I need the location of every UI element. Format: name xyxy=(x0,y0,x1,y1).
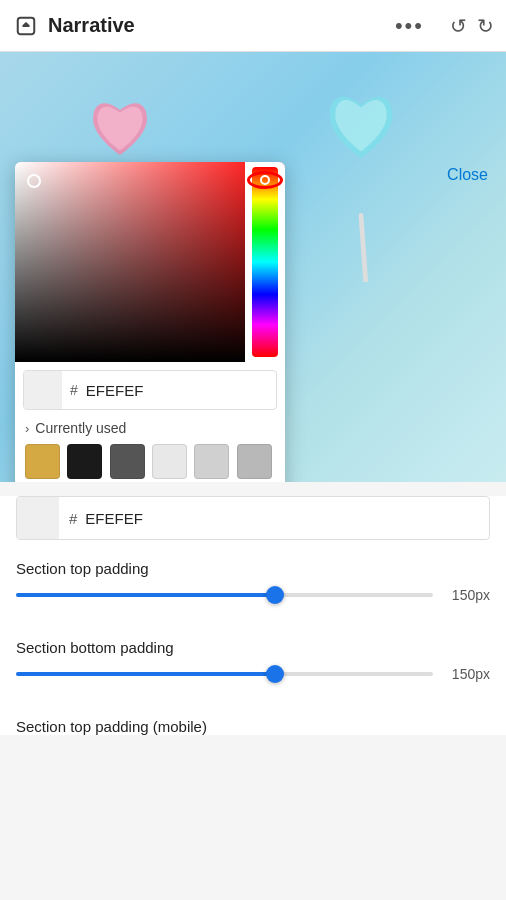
main-content: # Section top padding 150px Section bott… xyxy=(0,496,506,735)
swatch-1[interactable] xyxy=(25,444,60,479)
more-options-icon[interactable]: ••• xyxy=(395,13,424,39)
lollipop-right xyxy=(306,82,416,282)
color-swatches-grid xyxy=(15,440,285,482)
popup-hex-input[interactable] xyxy=(82,374,277,407)
popup-hex-swatch xyxy=(24,371,62,409)
hue-bar[interactable] xyxy=(252,167,278,357)
section-bottom-padding-label: Section bottom padding xyxy=(16,635,490,656)
swatch-2[interactable] xyxy=(67,444,102,479)
section-bottom-padding-value: 150px xyxy=(445,666,490,682)
main-hex-input-row: # xyxy=(16,496,490,540)
main-hex-swatch xyxy=(17,497,59,539)
swatch-5[interactable] xyxy=(194,444,229,479)
main-hex-hash: # xyxy=(59,510,81,527)
section-top-padding-label: Section top padding xyxy=(16,556,490,577)
gradient-cursor[interactable] xyxy=(27,174,41,188)
hue-cursor[interactable] xyxy=(247,171,283,189)
section-top-padding-mobile: Section top padding (mobile) xyxy=(16,698,490,735)
section-top-padding-value: 150px xyxy=(445,587,490,603)
hue-bar-container xyxy=(245,162,285,362)
chevron-right-icon: › xyxy=(25,421,29,436)
section-bottom-padding-slider-row: 150px xyxy=(16,666,490,682)
svg-line-2 xyxy=(361,215,366,282)
currently-used-label: Currently used xyxy=(35,420,126,436)
hero-image: # › Currently used Close xyxy=(0,52,506,482)
section-top-padding-mobile-label: Section top padding (mobile) xyxy=(16,714,490,735)
undo-button[interactable]: ↺ xyxy=(450,14,467,38)
close-button[interactable]: Close xyxy=(439,162,496,188)
popup-hex-input-row: # xyxy=(23,370,277,410)
popup-hex-hash: # xyxy=(62,382,82,398)
section-bottom-padding-slider[interactable] xyxy=(16,671,433,677)
redo-button[interactable]: ↻ xyxy=(477,14,494,38)
header: Narrative ••• ↺ ↻ xyxy=(0,0,506,52)
page-title: Narrative xyxy=(48,14,395,37)
section-bottom-padding: Section bottom padding 150px xyxy=(16,619,490,682)
section-top-padding-slider[interactable] xyxy=(16,592,433,598)
swatch-3[interactable] xyxy=(110,444,145,479)
currently-used-toggle[interactable]: › Currently used xyxy=(15,414,285,440)
section-top-padding-slider-row: 150px xyxy=(16,587,490,603)
color-picker-popup: # › Currently used xyxy=(15,162,285,482)
section-top-padding: Section top padding 150px xyxy=(16,540,490,603)
close-button-area: Close xyxy=(439,162,496,188)
back-icon[interactable] xyxy=(12,12,40,40)
swatch-6[interactable] xyxy=(237,444,272,479)
swatch-4[interactable] xyxy=(152,444,187,479)
main-hex-input[interactable] xyxy=(81,500,489,537)
